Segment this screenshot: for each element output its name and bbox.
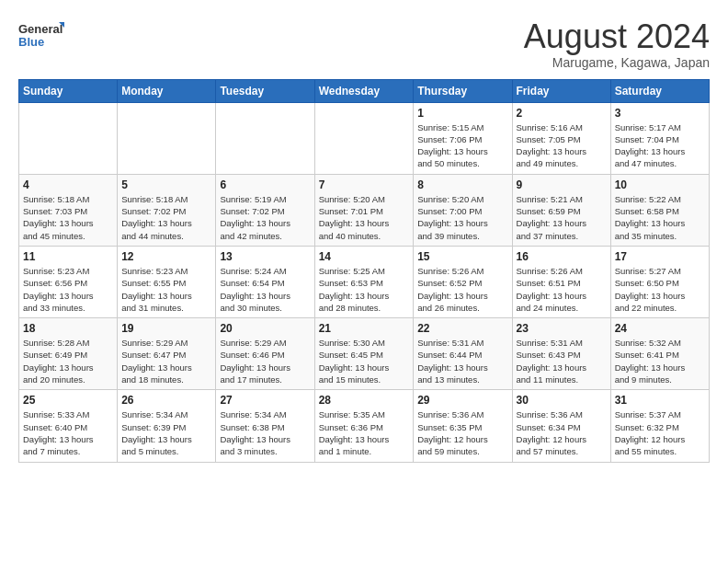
calendar-day-header: Tuesday <box>216 79 314 102</box>
month-year-title: August 2024 <box>524 18 710 55</box>
calendar-day-cell <box>19 102 118 174</box>
day-number: 11 <box>23 250 113 263</box>
svg-text:General: General <box>18 22 63 36</box>
calendar-day-cell: 23Sunrise: 5:31 AM Sunset: 6:43 PM Dayli… <box>512 318 610 390</box>
day-info: Sunrise: 5:24 AM Sunset: 6:54 PM Dayligh… <box>220 265 310 314</box>
svg-text:Blue: Blue <box>18 35 44 49</box>
day-info: Sunrise: 5:34 AM Sunset: 6:39 PM Dayligh… <box>121 408 211 457</box>
location-subtitle: Marugame, Kagawa, Japan <box>524 55 710 70</box>
day-info: Sunrise: 5:27 AM Sunset: 6:50 PM Dayligh… <box>615 265 705 314</box>
page-header: General Blue August 2024 Marugame, Kagaw… <box>18 18 710 70</box>
day-info: Sunrise: 5:29 AM Sunset: 6:46 PM Dayligh… <box>220 337 310 385</box>
calendar-day-cell: 22Sunrise: 5:31 AM Sunset: 6:44 PM Dayli… <box>414 318 512 390</box>
day-info: Sunrise: 5:30 AM Sunset: 6:45 PM Dayligh… <box>319 337 410 385</box>
day-info: Sunrise: 5:23 AM Sunset: 6:56 PM Dayligh… <box>23 265 113 314</box>
calendar-day-cell: 5Sunrise: 5:18 AM Sunset: 7:02 PM Daylig… <box>118 174 216 246</box>
calendar-day-cell: 4Sunrise: 5:18 AM Sunset: 7:03 PM Daylig… <box>19 174 118 246</box>
calendar-day-cell: 21Sunrise: 5:30 AM Sunset: 6:45 PM Dayli… <box>314 318 414 390</box>
day-info: Sunrise: 5:32 AM Sunset: 6:41 PM Dayligh… <box>615 337 705 385</box>
day-number: 25 <box>23 394 113 407</box>
calendar-day-cell: 20Sunrise: 5:29 AM Sunset: 6:46 PM Dayli… <box>216 318 314 390</box>
calendar-day-cell: 28Sunrise: 5:35 AM Sunset: 6:36 PM Dayli… <box>314 390 414 462</box>
day-number: 29 <box>417 394 507 407</box>
day-number: 21 <box>319 322 410 335</box>
day-number: 14 <box>319 250 410 263</box>
day-number: 30 <box>517 394 607 407</box>
day-number: 23 <box>517 322 607 335</box>
calendar-day-cell: 3Sunrise: 5:17 AM Sunset: 7:04 PM Daylig… <box>610 102 709 174</box>
day-info: Sunrise: 5:18 AM Sunset: 7:02 PM Dayligh… <box>121 193 211 242</box>
calendar-day-cell: 18Sunrise: 5:28 AM Sunset: 6:49 PM Dayli… <box>19 318 118 390</box>
day-number: 7 <box>319 178 410 191</box>
day-number: 26 <box>121 394 211 407</box>
day-info: Sunrise: 5:35 AM Sunset: 6:36 PM Dayligh… <box>319 408 410 457</box>
calendar-week-row: 11Sunrise: 5:23 AM Sunset: 6:56 PM Dayli… <box>19 246 710 317</box>
calendar-day-cell: 25Sunrise: 5:33 AM Sunset: 6:40 PM Dayli… <box>19 390 118 462</box>
day-info: Sunrise: 5:26 AM Sunset: 6:52 PM Dayligh… <box>417 265 507 314</box>
day-info: Sunrise: 5:25 AM Sunset: 6:53 PM Dayligh… <box>319 265 410 314</box>
calendar-day-cell: 14Sunrise: 5:25 AM Sunset: 6:53 PM Dayli… <box>314 246 414 317</box>
day-info: Sunrise: 5:23 AM Sunset: 6:55 PM Dayligh… <box>121 265 211 314</box>
day-number: 1 <box>417 107 507 120</box>
calendar-day-header: Wednesday <box>314 79 414 102</box>
calendar-day-cell: 31Sunrise: 5:37 AM Sunset: 6:32 PM Dayli… <box>610 390 709 462</box>
day-info: Sunrise: 5:20 AM Sunset: 7:01 PM Dayligh… <box>319 193 410 242</box>
calendar-day-cell: 26Sunrise: 5:34 AM Sunset: 6:39 PM Dayli… <box>118 390 216 462</box>
day-number: 12 <box>121 250 211 263</box>
calendar-day-header: Thursday <box>414 79 512 102</box>
calendar-day-header: Friday <box>512 79 610 102</box>
day-info: Sunrise: 5:26 AM Sunset: 6:51 PM Dayligh… <box>517 265 607 314</box>
day-info: Sunrise: 5:37 AM Sunset: 6:32 PM Dayligh… <box>615 408 705 457</box>
calendar-day-cell: 8Sunrise: 5:20 AM Sunset: 7:00 PM Daylig… <box>414 174 512 246</box>
calendar-day-cell: 10Sunrise: 5:22 AM Sunset: 6:58 PM Dayli… <box>610 174 709 246</box>
day-info: Sunrise: 5:17 AM Sunset: 7:04 PM Dayligh… <box>615 121 705 170</box>
day-info: Sunrise: 5:28 AM Sunset: 6:49 PM Dayligh… <box>23 337 113 385</box>
day-number: 24 <box>615 322 705 335</box>
calendar-day-cell: 1Sunrise: 5:15 AM Sunset: 7:06 PM Daylig… <box>414 102 512 174</box>
day-info: Sunrise: 5:31 AM Sunset: 6:44 PM Dayligh… <box>417 337 507 385</box>
day-number: 10 <box>615 178 705 191</box>
day-info: Sunrise: 5:36 AM Sunset: 6:34 PM Dayligh… <box>517 408 607 457</box>
day-number: 15 <box>417 250 507 263</box>
title-block: August 2024 Marugame, Kagawa, Japan <box>524 18 710 70</box>
calendar-day-cell: 11Sunrise: 5:23 AM Sunset: 6:56 PM Dayli… <box>19 246 118 317</box>
day-number: 17 <box>615 250 705 263</box>
calendar-day-cell: 9Sunrise: 5:21 AM Sunset: 6:59 PM Daylig… <box>512 174 610 246</box>
calendar-day-header: Saturday <box>610 79 709 102</box>
calendar-day-header: Monday <box>118 79 216 102</box>
day-number: 22 <box>417 322 507 335</box>
calendar-table: SundayMondayTuesdayWednesdayThursdayFrid… <box>18 79 710 463</box>
day-number: 20 <box>220 322 310 335</box>
calendar-day-cell <box>216 102 314 174</box>
calendar-day-cell: 16Sunrise: 5:26 AM Sunset: 6:51 PM Dayli… <box>512 246 610 317</box>
day-info: Sunrise: 5:34 AM Sunset: 6:38 PM Dayligh… <box>220 408 310 457</box>
day-number: 2 <box>517 107 607 120</box>
calendar-day-cell: 6Sunrise: 5:19 AM Sunset: 7:02 PM Daylig… <box>216 174 314 246</box>
logo-icon: General Blue <box>18 18 64 53</box>
calendar-day-cell: 12Sunrise: 5:23 AM Sunset: 6:55 PM Dayli… <box>118 246 216 317</box>
day-number: 19 <box>121 322 211 335</box>
day-info: Sunrise: 5:33 AM Sunset: 6:40 PM Dayligh… <box>23 408 113 457</box>
calendar-week-row: 18Sunrise: 5:28 AM Sunset: 6:49 PM Dayli… <box>19 318 710 390</box>
day-number: 18 <box>23 322 113 335</box>
calendar-week-row: 1Sunrise: 5:15 AM Sunset: 7:06 PM Daylig… <box>19 102 710 174</box>
day-number: 13 <box>220 250 310 263</box>
day-info: Sunrise: 5:29 AM Sunset: 6:47 PM Dayligh… <box>121 337 211 385</box>
day-number: 4 <box>23 178 113 191</box>
day-info: Sunrise: 5:20 AM Sunset: 7:00 PM Dayligh… <box>417 193 507 242</box>
calendar-day-cell: 19Sunrise: 5:29 AM Sunset: 6:47 PM Dayli… <box>118 318 216 390</box>
calendar-day-cell: 27Sunrise: 5:34 AM Sunset: 6:38 PM Dayli… <box>216 390 314 462</box>
calendar-week-row: 25Sunrise: 5:33 AM Sunset: 6:40 PM Dayli… <box>19 390 710 462</box>
day-info: Sunrise: 5:18 AM Sunset: 7:03 PM Dayligh… <box>23 193 113 242</box>
day-number: 28 <box>319 394 410 407</box>
logo: General Blue <box>18 18 64 53</box>
calendar-day-cell: 17Sunrise: 5:27 AM Sunset: 6:50 PM Dayli… <box>610 246 709 317</box>
calendar-day-cell <box>314 102 414 174</box>
day-number: 5 <box>121 178 211 191</box>
day-info: Sunrise: 5:15 AM Sunset: 7:06 PM Dayligh… <box>417 121 507 170</box>
day-info: Sunrise: 5:21 AM Sunset: 6:59 PM Dayligh… <box>517 193 607 242</box>
day-info: Sunrise: 5:19 AM Sunset: 7:02 PM Dayligh… <box>220 193 310 242</box>
calendar-day-cell: 15Sunrise: 5:26 AM Sunset: 6:52 PM Dayli… <box>414 246 512 317</box>
calendar-header-row: SundayMondayTuesdayWednesdayThursdayFrid… <box>19 79 710 102</box>
calendar-day-cell <box>118 102 216 174</box>
